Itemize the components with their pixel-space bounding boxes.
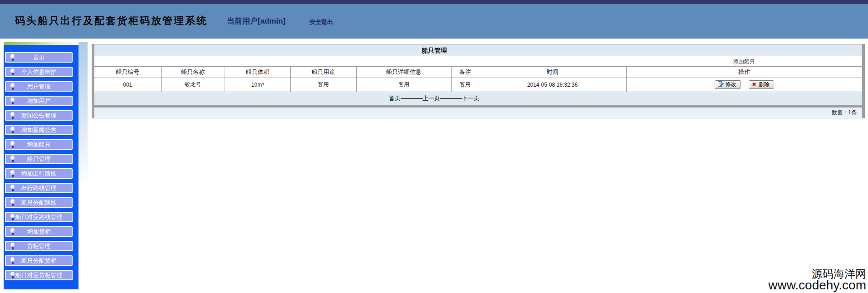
sidebar-item-label: 船只分配货柜 xyxy=(21,257,57,264)
bulb-icon xyxy=(10,68,15,75)
bulb-icon xyxy=(10,228,15,235)
app-title: 码头船只出行及配套货柜码放管理系统 xyxy=(15,14,208,28)
sidebar-nav: 首页 个人信息维护 用户管理 增加用户 新闻公告管理 增加新闻公告 增加船只 xyxy=(4,45,78,280)
sidebar-item-label: 船只对应路线管理 xyxy=(15,214,63,220)
edit-icon xyxy=(718,81,724,87)
sidebar-item-label: 增加出行路线 xyxy=(21,170,57,177)
sidebar-item-label: 首页 xyxy=(33,54,45,61)
sidebar-item-label: 船只对应货柜管理 xyxy=(15,272,63,278)
sidebar-item-add-route[interactable]: 增加出行路线 xyxy=(5,168,73,179)
col-ship-volume: 船只体积 xyxy=(225,67,290,78)
sidebar-item-label: 增加船只 xyxy=(27,141,51,148)
sidebar-item-profile-maintenance[interactable]: 个人信息维护 xyxy=(5,67,73,77)
edit-button[interactable]: 修改 xyxy=(715,80,741,89)
col-remark: 备注 xyxy=(451,67,479,78)
sidebar-item-add-news[interactable]: 增加新闻公告 xyxy=(5,125,73,135)
bulb-icon xyxy=(10,272,15,278)
sidebar-item-route-management[interactable]: 出行路线管理 xyxy=(5,183,73,193)
col-ship-usage: 船只用途 xyxy=(290,67,356,78)
pagination-first[interactable]: 首页 xyxy=(389,95,401,102)
logout-link[interactable]: 安全退出 xyxy=(309,18,333,26)
cell-ship-usage: 客用 xyxy=(290,78,356,92)
table-row: 001 蛟龙号 10m³ 客用 客用 客用 2014-05-08 16:32:3… xyxy=(94,78,862,92)
pagination-prev[interactable]: 上一页 xyxy=(422,95,440,102)
cell-ship-id: 001 xyxy=(94,78,161,92)
bulb-icon xyxy=(10,156,15,162)
cell-remark: 客用 xyxy=(451,78,479,92)
sidebar-item-home[interactable]: 首页 xyxy=(5,52,73,63)
add-ship-cell: 添加船只 xyxy=(626,56,862,66)
sidebar-item-ship-container-management[interactable]: 船只对应货柜管理 xyxy=(5,270,73,280)
sidebar-item-user-management[interactable]: 用户管理 xyxy=(5,81,73,92)
sidebar-item-label: 用户管理 xyxy=(27,83,51,90)
cell-time: 2014-05-08 16:32:36 xyxy=(479,78,626,92)
bulb-icon xyxy=(10,98,15,104)
sidebar-item-label: 船只分配路线 xyxy=(21,199,57,206)
add-ship-row: 添加船只 xyxy=(94,56,862,67)
sidebar: 首页 个人信息维护 用户管理 增加用户 新闻公告管理 增加新闻公告 增加船只 xyxy=(4,42,78,289)
bulb-icon xyxy=(10,54,15,61)
app-header: 码头船只出行及配套货柜码放管理系统 当前用户[admin] 安全退出 xyxy=(0,4,868,39)
bulb-icon xyxy=(10,257,15,264)
pagination-separator: ———— xyxy=(440,95,462,102)
col-ship-details: 船只详细信息 xyxy=(356,67,451,78)
sidebar-item-label: 个人信息维护 xyxy=(21,68,57,75)
ship-table: 船只编号 船只名称 船只体积 船只用途 船只详细信息 备注 时间 操作 001 … xyxy=(94,67,862,92)
sidebar-item-news-management[interactable]: 新闻公告管理 xyxy=(5,110,73,121)
bulb-icon xyxy=(10,83,15,90)
sidebar-item-container-management[interactable]: 货柜管理 xyxy=(5,241,73,251)
col-ship-name: 船只名称 xyxy=(161,67,225,78)
cell-ship-details: 客用 xyxy=(356,78,451,92)
content-panel: 船只管理 添加船只 船只编号 船只名称 船只体积 船只用途 船只详细信息 备注 … xyxy=(92,44,865,118)
add-row-spacer xyxy=(94,56,626,66)
bulb-icon xyxy=(10,127,15,133)
sidebar-item-ship-route-management[interactable]: 船只对应路线管理 xyxy=(5,212,73,222)
bulb-icon xyxy=(10,141,15,148)
delete-button[interactable]: ✖删除 xyxy=(749,80,774,89)
sidebar-item-label: 货柜管理 xyxy=(27,243,51,249)
sidebar-item-label: 出行路线管理 xyxy=(21,185,57,191)
cell-actions: 修改 ✖删除 xyxy=(626,78,862,92)
col-time: 时间 xyxy=(479,67,626,78)
delete-x-icon: ✖ xyxy=(752,81,756,88)
pagination-separator: ———— xyxy=(401,95,422,102)
sidebar-item-add-ship[interactable]: 增加船只 xyxy=(5,139,73,150)
current-user-label: 当前用户[admin] xyxy=(227,16,285,26)
sidebar-item-label: 增加用户 xyxy=(27,98,51,104)
sidebar-item-label: 新闻公告管理 xyxy=(21,112,57,119)
bulb-icon xyxy=(10,243,15,249)
col-actions: 操作 xyxy=(626,67,862,78)
sidebar-item-label: 增加货柜 xyxy=(27,228,51,235)
watermark: 源码海洋网 www.codehy.com xyxy=(768,269,866,291)
sidebar-item-label: 增加新闻公告 xyxy=(21,127,57,133)
sidebar-item-ship-assign-container[interactable]: 船只分配货柜 xyxy=(5,255,73,266)
record-count: 数量：1条 xyxy=(94,107,862,118)
top-navy-strip xyxy=(0,0,868,4)
background-gradient-strip xyxy=(78,42,88,187)
sidebar-green-strip xyxy=(4,42,78,45)
bulb-icon xyxy=(10,185,15,191)
pagination-next[interactable]: 下一页 xyxy=(462,95,480,102)
bulb-icon xyxy=(10,170,15,177)
watermark-url: www.codehy.com xyxy=(768,279,866,291)
cell-ship-name: 蛟龙号 xyxy=(161,78,225,92)
cell-ship-volume: 10m³ xyxy=(225,78,290,92)
pagination: 首页————上一页————下一页 xyxy=(94,92,862,105)
bulb-icon xyxy=(10,199,15,206)
table-header-row: 船只编号 船只名称 船只体积 船只用途 船只详细信息 备注 时间 操作 xyxy=(94,67,862,78)
panel-title: 船只管理 xyxy=(94,44,862,56)
sidebar-item-add-user[interactable]: 增加用户 xyxy=(5,96,73,106)
bulb-icon xyxy=(10,214,15,220)
sidebar-item-ship-assign-route[interactable]: 船只分配路线 xyxy=(5,197,73,208)
sidebar-item-label: 船只管理 xyxy=(27,156,51,162)
bulb-icon xyxy=(10,112,15,119)
add-ship-link[interactable]: 添加船只 xyxy=(733,59,755,65)
col-ship-id: 船只编号 xyxy=(94,67,161,78)
sidebar-item-add-container[interactable]: 增加货柜 xyxy=(5,226,73,237)
sidebar-item-ship-management[interactable]: 船只管理 xyxy=(5,154,73,164)
